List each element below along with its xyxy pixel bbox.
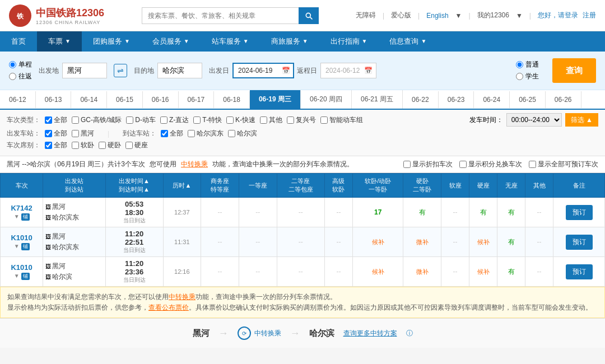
shangwu-k1010b: -- (201, 257, 239, 287)
transfer-link[interactable]: 中转换乘 (181, 160, 208, 169)
arrive-harbin-east[interactable]: 哈尔滨东 (188, 129, 224, 138)
filter-t[interactable]: T-特快 (193, 115, 222, 125)
language-button[interactable]: English (426, 12, 448, 20)
love-version-link[interactable]: 爱心版 (391, 11, 411, 20)
train-number-k1010a[interactable]: K1010 (11, 234, 32, 242)
trip-type-group: 单程 往返 (9, 60, 32, 81)
nav-info[interactable]: 信息查询 ▼ (378, 31, 438, 52)
date-tab-0616[interactable]: 06-16 (143, 91, 179, 108)
book-cell-k1010a: 预订 (553, 227, 605, 257)
th-ying-er: 硬卧二等卧 (403, 174, 441, 198)
main-nav: 首页 车票 ▼ 团购服务 ▼ 会员服务 ▼ 站车服务 ▼ 商旅服务 ▼ 出行指南… (0, 31, 605, 52)
time-select[interactable]: 00:00--24:00 (506, 113, 562, 127)
train-number-k7142[interactable]: K7142 (11, 204, 32, 212)
nav-tickets[interactable]: 车票 ▼ (37, 31, 82, 52)
seat-ying-zuo[interactable]: 硬座 (125, 141, 148, 150)
book-button-k7142[interactable]: 预订 (566, 205, 593, 220)
train-type-filter-row: 车次类型： 全部 GC-高铁/城际 D-动车 Z-直达 T-特快 K-快速 其他… (7, 113, 598, 127)
train-number-k1010b[interactable]: K1010 (11, 263, 32, 272)
date-tab-0625[interactable]: 06-25 (510, 91, 546, 108)
dest-icon-k1010b: 🖼 (45, 274, 51, 280)
refine-button[interactable]: 筛选 ▲ (565, 113, 598, 127)
gaoji-k7142: -- (324, 198, 352, 227)
filter-d[interactable]: D-动车 (126, 115, 156, 125)
single-trip-radio[interactable]: 单程 (9, 60, 32, 69)
search-form: 单程 往返 出发地 ⇌ 目的地 出发日 📅 返程日 � (0, 52, 605, 90)
gaoji-k1010a: -- (324, 227, 352, 257)
table-header-row: 车次 出发站到达站 出发时间▲到达时间▲ 历时▲ 商务座特等座 一等座 二等座二… (1, 174, 605, 198)
book-button-k1010a[interactable]: 预订 (566, 235, 593, 250)
stations-cell-k1010a: 🖼 黑河 🖼 哈尔滨东 (43, 227, 105, 257)
date-tab-0622[interactable]: 06-22 (403, 91, 439, 108)
date-tab-0615[interactable]: 06-15 (107, 91, 143, 108)
check-all-bookable[interactable]: 显示全部可预订车次 (529, 160, 598, 169)
depart-date-label: 出发日 (209, 66, 229, 76)
date-tab-0623[interactable]: 06-23 (439, 91, 474, 108)
return-calendar-icon[interactable]: 📅 (364, 67, 373, 74)
train-tag-k1010a[interactable]: 铺 (21, 243, 30, 250)
train-tag-k1010b[interactable]: 铺 (21, 273, 30, 280)
accessibility-link[interactable]: 无障碍 (356, 11, 376, 20)
gaoji-k1010b: -- (324, 257, 352, 287)
my-account-link[interactable]: 我的12306 (477, 11, 509, 20)
train-tag-k7142[interactable]: 铺 (21, 213, 30, 221)
swap-button[interactable]: ⇌ (114, 64, 127, 77)
normal-ticket-radio[interactable]: 普通 (516, 60, 539, 69)
more-transfer-link[interactable]: 查询更多中转方案 (343, 329, 397, 338)
nav-home[interactable]: 首页 (0, 31, 37, 52)
price-link[interactable]: 查看公布票价 (148, 304, 189, 311)
book-button-k1010b[interactable]: 预订 (566, 264, 593, 279)
login-link[interactable]: 您好，请登录 (538, 11, 578, 20)
filter-other[interactable]: 其他 (260, 115, 282, 125)
filter-gc[interactable]: GC-高铁/城际 (72, 115, 122, 125)
search-button[interactable] (299, 7, 319, 24)
date-tab-0621[interactable]: 06-21 周五 (352, 90, 403, 109)
transfer-mid-button[interactable]: ⟳ 中转换乘 (238, 326, 281, 340)
date-tab-0614[interactable]: 06-14 (71, 91, 107, 108)
nav-member[interactable]: 会员服务 ▼ (141, 31, 201, 52)
check-points[interactable]: 显示积分兑换车次 (459, 160, 522, 169)
date-tab-0618[interactable]: 06-18 (214, 91, 250, 108)
th-other: 其他 (525, 174, 553, 198)
depart-all[interactable]: 全部 (45, 129, 67, 138)
depart-heihe[interactable]: 黑河 (72, 129, 94, 138)
filter-fuxing[interactable]: 复兴号 (287, 115, 316, 125)
expand-icon-k7142[interactable]: ▼ (14, 213, 20, 221)
book-cell-k7142: 预订 (553, 198, 605, 227)
to-input[interactable] (157, 63, 202, 78)
date-tab-0624[interactable]: 06-24 (474, 91, 510, 108)
notice-transfer-link[interactable]: 中转换乘 (169, 293, 196, 301)
nav-station[interactable]: 站车服务 ▼ (201, 31, 260, 52)
seat-all[interactable]: 全部 (45, 141, 67, 150)
transfer-section: 黑河 → ⟳ 中转换乘 → 哈尔滨 查询更多中转方案 ⓘ (0, 318, 605, 348)
check-discount[interactable]: 显示折扣车次 (403, 160, 453, 169)
filter-all[interactable]: 全部 (45, 115, 67, 125)
date-tab-0617[interactable]: 06-17 (179, 91, 215, 108)
date-tab-0619[interactable]: 06-19 周三 (250, 90, 301, 109)
round-trip-radio[interactable]: 往返 (9, 72, 32, 81)
from-input[interactable] (62, 63, 107, 78)
seat-ruan[interactable]: 软卧 (72, 141, 94, 150)
filter-k[interactable]: K-快速 (226, 115, 255, 125)
expand-icon-k1010a[interactable]: ▼ (14, 243, 20, 250)
search-input[interactable] (142, 7, 299, 24)
filter-z[interactable]: Z-直达 (160, 115, 189, 125)
date-tab-0613[interactable]: 06-13 (36, 91, 72, 108)
date-tab-0612[interactable]: 06-12 (0, 91, 36, 108)
seat-ying[interactable]: 硬卧 (99, 141, 121, 150)
search-bar (142, 7, 319, 24)
nav-group[interactable]: 团购服务 ▼ (82, 31, 141, 52)
arrive-harbin[interactable]: 哈尔滨 (228, 129, 257, 138)
query-button[interactable]: 查询 (552, 58, 596, 83)
date-tab-0626[interactable]: 06-26 (546, 91, 581, 108)
register-link[interactable]: 注册 (583, 11, 596, 20)
nav-guide[interactable]: 出行指南 ▼ (319, 31, 379, 52)
date-tab-0620[interactable]: 06-20 周四 (301, 90, 352, 109)
calendar-icon[interactable]: 📅 (282, 67, 290, 74)
filter-smart[interactable]: 智能动车组 (320, 115, 363, 125)
student-ticket-radio[interactable]: 学生 (516, 72, 539, 81)
expand-icon-k1010b[interactable]: ▼ (14, 273, 20, 280)
depart-time-k1010a: 11:20 (108, 230, 161, 238)
arrive-all[interactable]: 全部 (161, 129, 183, 138)
nav-business[interactable]: 商旅服务 ▼ (260, 31, 319, 52)
